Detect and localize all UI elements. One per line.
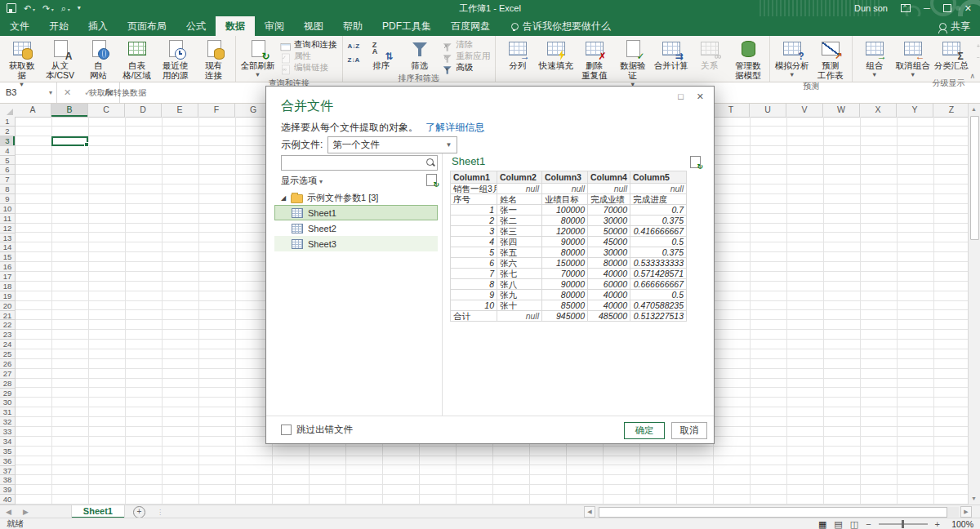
dialog-maximize-icon[interactable]: □ [678,91,684,102]
close-icon[interactable]: ✕ [964,4,972,13]
row-header-19[interactable]: 19 [0,291,15,301]
row-header-4[interactable]: 4 [0,146,15,156]
column-header-U[interactable]: U [750,103,786,117]
ribbon-button-分类汇总[interactable]: Σ分类汇总 [932,37,970,72]
row-header-2[interactable]: 2 [0,127,15,136]
nav-search-input[interactable] [281,155,438,171]
row-header-28[interactable]: 28 [0,379,15,389]
horizontal-scroll-thumb[interactable] [599,507,947,518]
undo-icon[interactable]: ↶ ▾ [24,4,35,13]
row-header-5[interactable]: 5 [0,156,15,166]
tab-0-文件[interactable]: 文件 [0,16,39,36]
zoom-level[interactable]: 100% [947,519,973,529]
column-header-D[interactable]: D [125,103,162,117]
row-header-38[interactable]: 38 [0,475,15,485]
scroll-down-icon[interactable]: ▼ [969,493,979,504]
row-header-33[interactable]: 33 [0,427,15,437]
ribbon-button-现有连接[interactable]: 现有 连接 [194,37,233,82]
column-header-Y[interactable]: Y [897,103,933,117]
ribbon-button-数据验证[interactable]: ✓数据验 证▼ [613,37,652,88]
column-header-B[interactable]: B [51,103,88,117]
select-all-corner[interactable] [0,103,16,118]
skip-errors-checkbox[interactable] [281,425,292,435]
row-header-20[interactable]: 20 [0,301,15,311]
ribbon-button-组合[interactable]: →组合▼ [855,37,893,78]
ribbon-button-筛选[interactable]: 筛选 [400,37,439,72]
zoom-in-icon[interactable]: + [935,519,940,529]
sheet-nav-right-icon[interactable]: ▶ [17,508,34,516]
minimize-icon[interactable]: ─ [924,4,930,13]
zoom-slider-thumb[interactable] [902,520,904,528]
page-break-view-icon[interactable]: ◫ [850,520,858,529]
row-header-31[interactable]: 31 [0,407,15,417]
dialog-close-icon[interactable]: ✕ [697,91,704,102]
column-header-C[interactable]: C [88,103,125,117]
share-button[interactable]: 共享 [939,16,970,36]
row-header-12[interactable]: 12 [0,224,15,233]
column-header-T[interactable]: T [713,103,750,117]
row-header-17[interactable]: 17 [0,272,15,282]
column-header-E[interactable]: E [162,103,198,117]
row-header-29[interactable]: 29 [0,389,15,398]
tree-expander-icon[interactable]: ◢ [281,194,287,202]
ribbon-button-预测工作表[interactable]: ↗预测 工作表 [811,37,849,82]
row-header-3[interactable]: 3 [0,136,15,146]
zoom-slider[interactable] [879,523,928,525]
tree-sheet-item-Sheet1[interactable]: Sheet1 [274,205,438,220]
row-header-1[interactable]: 1 [0,117,15,127]
tree-sheet-item-Sheet2[interactable]: Sheet2 [274,220,438,236]
hscroll-right-icon[interactable]: ▶ [960,506,972,518]
row-header-11[interactable]: 11 [0,214,15,224]
column-header-W[interactable]: W [823,103,860,117]
refresh-preview-icon[interactable] [426,174,437,186]
row-header-7[interactable]: 7 [0,175,15,184]
tab-1-开始[interactable]: 开始 [39,16,78,36]
ribbon-button-取消组合[interactable]: ←取消组合▼ [893,37,932,78]
column-header-F[interactable]: F [198,103,235,117]
display-options-dropdown[interactable]: 显示选项▾ [281,175,323,187]
add-sheet-button[interactable]: + [133,506,145,518]
sort-button-A↓Z[interactable]: A↓Z [345,39,363,53]
tab-9-PDF工具集[interactable]: PDF工具集 [372,16,441,36]
row-header-15[interactable]: 15 [0,252,15,262]
tab-5-数据[interactable]: 数据 [216,16,255,36]
ribbon-button-从文本/CSV[interactable]: A从文 本/CSV [41,37,79,82]
row-header-36[interactable]: 36 [0,456,15,466]
search-icon[interactable]: ⌕ ▾ [61,4,70,13]
column-header-V[interactable]: V [786,103,823,117]
row-header-30[interactable]: 30 [0,398,15,407]
ribbon-button-查询和连接[interactable]: 查询和连接 [277,39,340,51]
tree-folder-node[interactable]: ◢示例文件参数1 [3] [274,191,438,205]
row-header-39[interactable]: 39 [0,485,15,495]
tab-8-帮助[interactable]: 帮助 [333,16,372,36]
column-header-X[interactable]: X [860,103,897,117]
column-header-Z[interactable]: Z [933,103,969,117]
ribbon-button-获取数据[interactable]: 获取数 据▼ [2,37,41,88]
redo-icon[interactable]: ↷ ▾ [42,4,54,13]
tab-4-公式[interactable]: 公式 [176,16,216,36]
row-header-22[interactable]: 22 [0,320,15,330]
row-header-16[interactable]: 16 [0,262,15,272]
ribbon-button-删除重复值[interactable]: ✗删除 重复值 [575,37,613,82]
row-header-21[interactable]: 21 [0,311,15,321]
ribbon-button-快速填充[interactable]: 快速填充 [537,37,575,72]
tab-2-插入[interactable]: 插入 [78,16,118,36]
column-header-A[interactable]: A [15,103,51,117]
row-header-35[interactable]: 35 [0,447,15,456]
account-name[interactable]: Dun son [854,4,888,13]
row-header-34[interactable]: 34 [0,437,15,447]
row-header-37[interactable]: 37 [0,466,15,476]
scroll-up-icon[interactable]: ▲ [969,104,979,114]
restore-icon[interactable] [943,4,951,12]
row-header-23[interactable]: 23 [0,330,15,340]
row-header-26[interactable]: 26 [0,359,15,369]
row-header-9[interactable]: 9 [0,194,15,204]
cancel-button[interactable]: 取消 [671,422,707,439]
ribbon-button-分列[interactable]: →分列 [498,37,537,72]
sort-button-Z↓A[interactable]: Z↓A [345,53,363,67]
tab-scroll-splitter[interactable]: ⋮ [157,509,164,516]
horizontal-scrollbar[interactable]: ◀ ▶ [584,507,972,517]
row-header-18[interactable]: 18 [0,282,15,291]
sheet-nav-left-icon[interactable]: ◀ [0,508,17,516]
collapse-ribbon-icon[interactable]: ∧ [969,72,975,80]
